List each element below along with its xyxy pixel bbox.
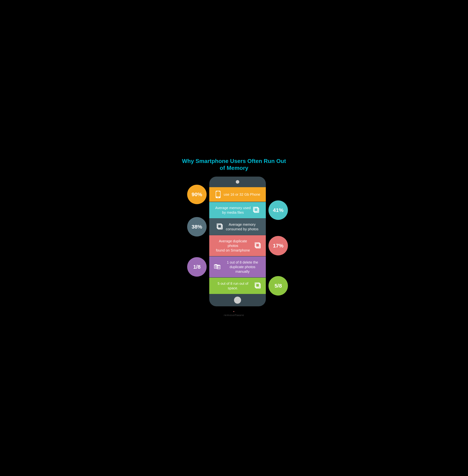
circle-1: 90% [187,185,207,204]
circle-4: 17% [268,236,288,255]
circle-2: 41% [268,200,288,220]
bar-2-text: Average memory usedby media files [215,206,251,215]
bar-3: Average memoryconsumed by photos [209,219,266,235]
circle-2-value: 41% [273,207,283,213]
svg-point-2 [218,197,219,198]
bar-1: use 16 or 32 Gb Phone [209,187,266,202]
photos-icon-4 [255,242,261,249]
row-4: Average duplicate photosfound on Smartph… [209,235,266,256]
rows-container: use 16 or 32 Gb Phone 90% Average memory… [209,187,266,294]
svg-rect-21 [217,265,220,265]
svg-rect-7 [253,207,257,211]
circle-5-value: 1/8 [193,264,201,270]
page-title: Why Smartphone Users Often Run Out of Me… [179,158,289,171]
photos-icon-3 [217,223,223,230]
row-2: Average memory usedby media files [209,202,266,218]
bar-4: Average duplicate photosfound on Smartph… [209,235,266,256]
row-5: 1 out of 8 delete theduplicate photos ma… [209,256,266,277]
phone-shell: use 16 or 32 Gb Phone 90% Average memory… [209,177,266,306]
circle-5: 1/8 [187,257,207,277]
brand-name: remosoftware [224,313,244,317]
phone-home-button [234,297,241,304]
row-1: use 16 or 32 Gb Phone 90% [209,187,266,202]
photos-icon-6 [255,283,261,289]
bar-6: 5 out of 8 run out of space. [209,278,266,294]
bar-3-text: Average memoryconsumed by photos [226,222,259,231]
circle-6-value: 5/8 [275,283,282,289]
row-3: Average memoryconsumed by photos 38% [209,219,266,235]
brand-dot: • [233,310,235,313]
phone-top-camera [236,180,239,184]
row-6: 5 out of 8 run out of space. [209,278,266,294]
circle-3: 38% [187,217,207,237]
photos-icon-2 [253,207,260,213]
svg-rect-1 [216,192,220,196]
phone-wrapper: use 16 or 32 Gb Phone 90% Average memory… [179,177,296,306]
bar-4-text: Average duplicate photosfound on Smartph… [214,239,252,253]
bar-5: 1 out of 8 delete theduplicate photos ma… [209,256,266,277]
svg-rect-15 [215,264,217,265]
bar-2: Average memory usedby media files [209,202,266,218]
bar-1-text: use 16 or 32 Gb Phone [224,192,260,197]
circle-3-value: 38% [191,224,202,230]
bar-5-text: 1 out of 8 delete theduplicate photos ma… [224,260,261,274]
circle-1-value: 90% [191,192,202,197]
bar-6-text: 5 out of 8 run out of space. [214,281,252,290]
svg-rect-3 [217,191,219,192]
infographic: Why Smartphone Users Often Run Out of Me… [176,152,292,324]
brand-footer: • remosoftware [179,310,289,317]
circle-6: 5/8 [268,276,288,296]
circle-4-value: 17% [273,243,283,249]
phone-icon [215,191,221,198]
trash-icon [214,263,221,271]
